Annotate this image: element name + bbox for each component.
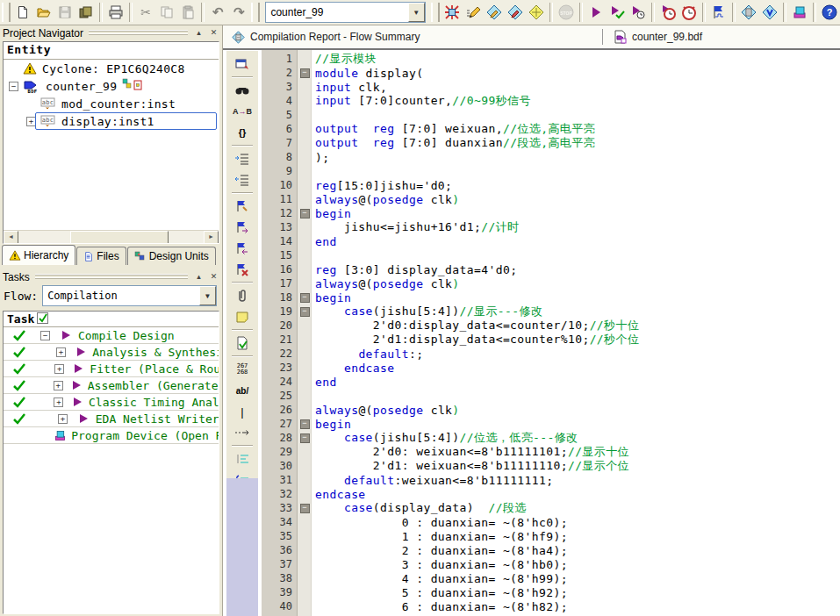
tab-files[interactable]: Files bbox=[76, 247, 126, 265]
next-bookmark-icon[interactable] bbox=[230, 217, 255, 238]
tab-hierarchy[interactable]: Hierarchy bbox=[2, 245, 75, 265]
code-text[interactable]: begin bbox=[312, 291, 351, 304]
code-text[interactable]: end bbox=[312, 235, 337, 248]
code-text[interactable]: input [7:0]counter,//0~99秒信号 bbox=[312, 93, 531, 109]
fold-marker-icon[interactable]: − bbox=[300, 209, 310, 218]
toolbar-grip-2[interactable] bbox=[251, 3, 260, 22]
settings-icon[interactable] bbox=[442, 2, 463, 23]
fold-marker-icon[interactable]: − bbox=[300, 504, 310, 513]
code-text[interactable]: //显示模块 bbox=[312, 51, 377, 67]
start-analysis-synthesis-icon[interactable] bbox=[607, 2, 628, 23]
tab-design-units[interactable]: Design Units bbox=[127, 247, 216, 265]
code-text[interactable]: always@(posedge clk) bbox=[312, 277, 460, 290]
task-row-program-device-open-progra[interactable]: Program Device (Open Progra bbox=[4, 427, 219, 444]
collapse-panel-button[interactable]: ▴ bbox=[193, 28, 205, 39]
code-text[interactable]: endcase bbox=[312, 362, 395, 375]
open-file-icon[interactable] bbox=[33, 2, 54, 23]
code-text[interactable]: module display( bbox=[312, 67, 423, 80]
panel-grip[interactable] bbox=[35, 274, 188, 281]
code-text[interactable]: end bbox=[312, 376, 337, 389]
task-row-compile-design[interactable]: −Compile Design bbox=[4, 327, 219, 344]
code-text[interactable]: reg [3:0] display_data=4'd0; bbox=[312, 263, 517, 276]
editor-tab-compilation-report[interactable]: Compilation Report - Flow Summary bbox=[223, 25, 600, 48]
code-text[interactable]: default:; bbox=[312, 347, 423, 361]
task-expander-icon[interactable]: + bbox=[54, 398, 63, 407]
task-column-header[interactable]: Task bbox=[4, 312, 219, 327]
code-text[interactable]: ); bbox=[312, 151, 329, 164]
netlist-viewer-icon[interactable] bbox=[759, 2, 780, 23]
fold-marker-icon[interactable]: − bbox=[300, 419, 310, 429]
new-file-icon[interactable] bbox=[12, 2, 33, 23]
toolbar-grip[interactable] bbox=[2, 3, 11, 22]
scroll-thumb[interactable] bbox=[70, 231, 169, 244]
help-icon[interactable]: ? bbox=[819, 2, 840, 23]
start-timing-icon[interactable] bbox=[628, 2, 649, 23]
code-text[interactable]: begin bbox=[312, 207, 351, 220]
increase-indent-icon[interactable] bbox=[230, 148, 255, 169]
task-row-fitter-place-route-[interactable]: +Fitter (Place & Route) bbox=[4, 361, 219, 377]
task-row-analysis-synthesis[interactable]: +Analysis & Synthesis bbox=[4, 344, 219, 361]
timing-closure-floorplan-icon[interactable] bbox=[505, 2, 526, 23]
code-text[interactable]: reg[15:0]jishu='d0; bbox=[312, 179, 452, 192]
code-text[interactable]: 2'd1: weixuan<=8'b11111110;//显示个位 bbox=[312, 458, 629, 474]
entity-column-header[interactable]: Entity bbox=[4, 42, 219, 60]
goto-line-icon[interactable] bbox=[230, 422, 255, 443]
code-text[interactable]: always@(posedge clk) bbox=[312, 404, 460, 417]
tree-item-cyclone-ep1c6q240c8[interactable]: Cyclone: EP1C6Q240C8 bbox=[4, 60, 219, 77]
previous-bookmark-icon[interactable] bbox=[230, 238, 255, 259]
code-text[interactable]: 2 : duanxian= ~(8'ha4); bbox=[312, 544, 568, 557]
code-text[interactable]: 2'd1:display_data<=counter%10;//秒个位 bbox=[312, 332, 639, 347]
save-all-icon[interactable] bbox=[75, 2, 97, 23]
tree-item-mod-counter-inst[interactable]: abcmod_counter:inst bbox=[4, 95, 219, 112]
analyze-file-icon[interactable] bbox=[230, 333, 255, 354]
code-text[interactable]: 0 : duanxian= ~(8'hc0); bbox=[312, 516, 568, 529]
task-checkbox-icon[interactable] bbox=[37, 312, 48, 326]
code-text[interactable]: begin bbox=[312, 418, 351, 431]
fold-marker-icon[interactable]: − bbox=[300, 433, 310, 443]
collapse-panel-button[interactable]: ▴ bbox=[193, 272, 205, 283]
panel-grip[interactable] bbox=[89, 30, 188, 37]
editor-tab-counter-99-bdf[interactable]: counter_99.bdf bbox=[605, 25, 711, 48]
compilation-report-icon[interactable] bbox=[738, 2, 759, 23]
flow-dropdown[interactable]: Compilation ▼ bbox=[42, 285, 217, 306]
decrease-indent-icon[interactable] bbox=[230, 169, 255, 190]
detach-window-icon[interactable] bbox=[230, 54, 255, 75]
code-text[interactable]: case(display_data) //段选 bbox=[312, 500, 527, 516]
task-expander-icon[interactable]: − bbox=[40, 331, 50, 340]
fold-marker-icon[interactable]: − bbox=[300, 307, 310, 317]
code-text[interactable]: input clk, bbox=[312, 81, 387, 94]
simulator-icon[interactable] bbox=[708, 2, 729, 23]
toolbar-grip-3[interactable] bbox=[431, 3, 440, 22]
tree-item-display-inst1[interactable]: +abcdisplay:inst1 bbox=[4, 112, 219, 130]
task-expander-icon[interactable]: + bbox=[54, 381, 63, 390]
timequest-icon[interactable] bbox=[657, 2, 678, 23]
code-text[interactable]: jishu<=jishu+16'd1;//计时 bbox=[312, 219, 519, 235]
replace-icon[interactable]: A→B bbox=[230, 101, 255, 122]
task-expander-icon[interactable]: + bbox=[58, 414, 68, 424]
programmer-icon[interactable] bbox=[789, 2, 810, 23]
flow-dropdown-arrow-icon[interactable]: ▼ bbox=[199, 286, 216, 305]
fold-marker-icon[interactable]: − bbox=[300, 293, 310, 303]
code-text[interactable]: 6 : duanxian= ~(8'h82); bbox=[312, 600, 568, 613]
task-expander-icon[interactable]: + bbox=[56, 347, 66, 357]
entity-dropdown-arrow-icon[interactable]: ▼ bbox=[408, 3, 425, 22]
show-notes-icon[interactable] bbox=[230, 306, 255, 327]
line-number-icon[interactable]: 267268 bbox=[230, 359, 255, 380]
tree-item-counter-99[interactable]: −BDFcounter_99 bbox=[4, 77, 219, 95]
find-icon[interactable] bbox=[230, 80, 255, 101]
clear-bookmarks-icon[interactable] bbox=[230, 259, 255, 280]
pin-planner-icon[interactable] bbox=[484, 2, 505, 23]
close-panel-button[interactable]: ✕ bbox=[208, 28, 219, 39]
print-icon[interactable] bbox=[105, 2, 126, 23]
code-text[interactable]: endcase bbox=[312, 488, 366, 501]
attach-note-icon[interactable] bbox=[230, 285, 255, 306]
close-panel-button[interactable]: ✕ bbox=[208, 272, 219, 283]
code-text[interactable]: output reg [7:0] duanxian//段选,高电平亮 bbox=[312, 135, 595, 151]
code-text[interactable]: 3 : duanxian= ~(8'hb0); bbox=[312, 558, 568, 571]
design-partition-icon[interactable] bbox=[526, 2, 547, 23]
task-row-classic-timing-analysis[interactable]: +Classic Timing Analysis bbox=[4, 394, 219, 411]
syntax-coloring-icon[interactable]: ab/ bbox=[230, 380, 255, 401]
indent-guides-icon[interactable] bbox=[230, 448, 255, 469]
match-delimiter-icon[interactable]: {} bbox=[230, 122, 255, 143]
cursor-guide-icon[interactable]: | bbox=[230, 401, 255, 422]
